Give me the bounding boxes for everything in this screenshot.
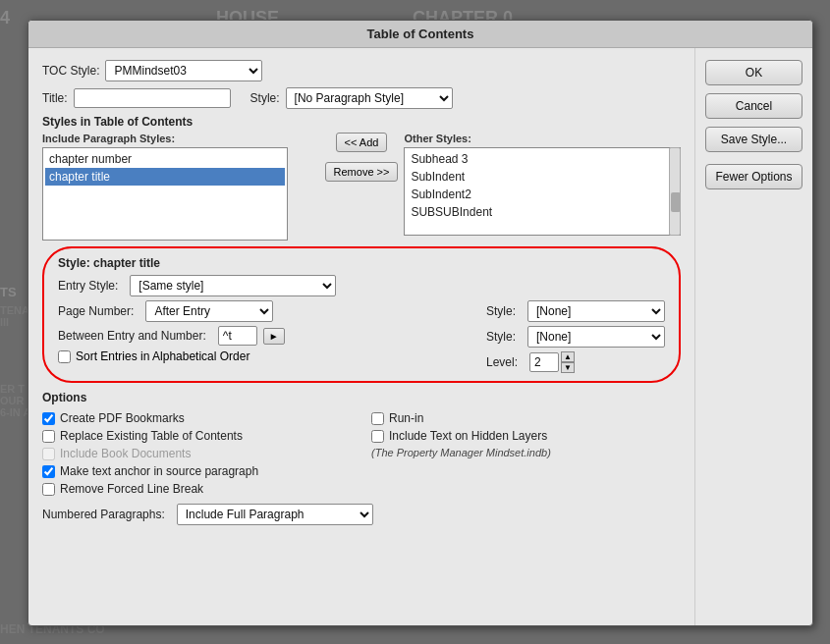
create-pdf-label: Create PDF Bookmarks xyxy=(60,411,185,425)
entry-left-panel: Page Number: After Entry Between Entry a… xyxy=(58,300,467,369)
other-style-subindent2[interactable]: SubIndent2 xyxy=(407,186,678,203)
create-pdf-checkbox[interactable] xyxy=(42,412,55,425)
style-right-row-1: Style: [None] xyxy=(486,300,665,322)
other-styles-scrollbar[interactable] xyxy=(669,147,681,236)
run-in-checkbox[interactable] xyxy=(371,412,384,425)
options-label: Options xyxy=(42,391,681,404)
page-number-row: Page Number: After Entry xyxy=(58,300,467,322)
bg-text-er: ER TOUR6-IN A xyxy=(0,383,30,418)
style-item-chapter-number[interactable]: chapter number xyxy=(45,150,285,168)
between-row: Between Entry and Number: ► xyxy=(58,326,467,346)
style-right-1-label: Style: xyxy=(486,304,516,318)
entry-style-select[interactable]: [Same style] xyxy=(130,275,336,296)
replace-toc-row: Replace Existing Table of Contents xyxy=(42,427,352,445)
cancel-button[interactable]: Cancel xyxy=(705,93,802,119)
numbered-para-select[interactable]: Include Full Paragraph Include Numbers O… xyxy=(177,504,373,525)
level-input[interactable] xyxy=(529,352,559,372)
entry-style-row: Entry Style: [Same style] xyxy=(58,275,665,296)
title-input[interactable] xyxy=(74,88,231,108)
bg-text-left: 4 xyxy=(0,8,10,28)
include-text-hidden-row: Include Text on Hidden Layers xyxy=(371,427,681,445)
include-book-checkbox[interactable] xyxy=(42,448,55,460)
include-para-label: Include Paragraph Styles: xyxy=(42,133,319,144)
create-pdf-row: Create PDF Bookmarks xyxy=(42,409,352,427)
include-styles-panel: Include Paragraph Styles: chapter number… xyxy=(42,133,319,241)
other-style-subhead3[interactable]: Subhead 3 xyxy=(407,150,678,168)
add-button[interactable]: << Add xyxy=(336,133,388,152)
toc-style-label: TOC Style: xyxy=(42,64,99,78)
add-remove-controls: << Add Remove >> xyxy=(319,133,405,182)
style-chapter-title-label: Style: chapter title xyxy=(58,256,665,270)
options-left: Create PDF Bookmarks Replace Existing Ta… xyxy=(42,409,352,498)
level-down-button[interactable]: ▼ xyxy=(561,362,575,373)
title-style-row: Title: Style: [No Paragraph Style] xyxy=(42,87,681,109)
dialog-main-area: TOC Style: PMMindset03 Title: Style: [No… xyxy=(28,48,694,625)
style-select[interactable]: [No Paragraph Style] xyxy=(286,87,453,109)
title-label: Title: xyxy=(42,91,68,105)
styles-section-title: Styles in Table of Contents xyxy=(42,115,681,129)
ok-button[interactable]: OK xyxy=(705,60,802,85)
other-styles-label: Other Styles: xyxy=(404,133,681,144)
bg-text-ts: TS xyxy=(0,285,17,299)
level-input-group: ▲ ▼ xyxy=(529,351,575,373)
style-item-chapter-title[interactable]: chapter title xyxy=(45,168,285,186)
remove-forced-checkbox[interactable] xyxy=(42,483,55,496)
between-arrow-button[interactable]: ► xyxy=(263,328,285,345)
make-text-anchor-row: Make text anchor in source paragraph xyxy=(42,462,352,480)
run-in-row: Run-in xyxy=(371,409,681,427)
style-right-2-select[interactable]: [None] xyxy=(527,326,665,348)
style-right-row-2: Style: [None] xyxy=(486,326,665,348)
other-style-subindent[interactable]: SubIndent xyxy=(407,168,678,186)
sort-label: Sort Entries in Alphabetical Order xyxy=(76,349,249,363)
toc-style-row: TOC Style: PMMindset03 xyxy=(42,60,681,81)
replace-toc-label: Replace Existing Table of Contents xyxy=(60,429,243,443)
style-right-2-label: Style: xyxy=(486,330,516,344)
remove-forced-label: Remove Forced Line Break xyxy=(60,482,203,496)
page-number-select[interactable]: After Entry xyxy=(145,300,273,322)
numbered-para-row: Numbered Paragraphs: Include Full Paragr… xyxy=(42,504,681,525)
include-text-hidden-checkbox[interactable] xyxy=(371,430,384,443)
remove-button[interactable]: Remove >> xyxy=(325,162,399,182)
level-spinner: ▲ ▼ xyxy=(561,351,575,373)
other-style-subsubindent[interactable]: SUBSUBIndent xyxy=(407,203,678,221)
toc-style-select[interactable]: PMMindset03 xyxy=(105,60,262,81)
include-book-row: Include Book Documents xyxy=(42,445,352,462)
table-of-contents-dialog: Table of Contents TOC Style: PMMindset03… xyxy=(28,20,813,626)
include-styles-list[interactable]: chapter number chapter title xyxy=(42,147,288,241)
dialog-title: Table of Contents xyxy=(28,21,812,48)
level-label: Level: xyxy=(486,355,518,369)
save-style-button[interactable]: Save Style... xyxy=(705,127,802,152)
between-input[interactable] xyxy=(218,326,257,346)
chapter-title-section: Style: chapter title Entry Style: [Same … xyxy=(42,246,681,383)
property-manager-row: (The Property Manager Mindset.indb) xyxy=(371,445,681,460)
entry-style-label: Entry Style: xyxy=(58,279,118,293)
between-label: Between Entry and Number: xyxy=(58,329,206,343)
property-manager-text: (The Property Manager Mindset.indb) xyxy=(371,447,551,458)
page-number-label: Page Number: xyxy=(58,304,134,318)
include-text-hidden-label: Include Text on Hidden Layers xyxy=(389,429,547,443)
sort-row: Sort Entries in Alphabetical Order xyxy=(58,349,467,363)
options-right: Run-in Include Text on Hidden Layers (Th… xyxy=(371,409,681,498)
run-in-label: Run-in xyxy=(389,411,423,425)
bg-text-tena: TENAIII xyxy=(0,304,29,328)
sort-checkbox[interactable] xyxy=(58,350,71,363)
other-styles-list[interactable]: Subhead 3 SubIndent SubIndent2 SUBSUBInd… xyxy=(404,147,681,236)
options-section: Options Create PDF Bookmarks Replace Exi… xyxy=(42,391,681,525)
scrollbar-thumb xyxy=(671,192,681,212)
make-text-anchor-checkbox[interactable] xyxy=(42,465,55,478)
style-right-1-select[interactable]: [None] xyxy=(527,300,665,322)
fewer-options-button[interactable]: Fewer Options xyxy=(705,164,802,189)
replace-toc-checkbox[interactable] xyxy=(42,430,55,443)
level-up-button[interactable]: ▲ xyxy=(561,351,575,362)
level-row: Level: ▲ ▼ xyxy=(486,351,665,373)
dialog-buttons-panel: OK Cancel Save Style... Fewer Options xyxy=(694,48,812,625)
include-book-label: Include Book Documents xyxy=(60,447,191,460)
numbered-para-label: Numbered Paragraphs: xyxy=(42,508,165,521)
remove-forced-row: Remove Forced Line Break xyxy=(42,480,352,498)
make-text-anchor-label: Make text anchor in source paragraph xyxy=(60,464,258,478)
other-styles-panel: Other Styles: Subhead 3 SubIndent SubInd… xyxy=(404,133,681,236)
style-label: Style: xyxy=(250,91,280,105)
entry-right-panel: Style: [None] Style: [None] xyxy=(486,300,665,373)
